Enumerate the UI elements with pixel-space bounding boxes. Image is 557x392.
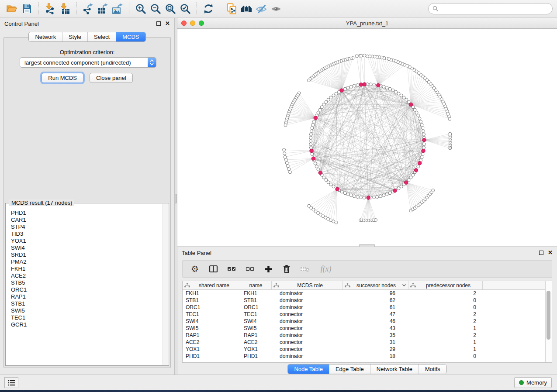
tab-motifs[interactable]: Motifs bbox=[419, 364, 446, 374]
network-node[interactable] bbox=[317, 168, 320, 171]
network-node[interactable] bbox=[369, 83, 372, 86]
network-node[interactable] bbox=[388, 87, 391, 90]
network-node[interactable] bbox=[449, 132, 452, 135]
mcds-node-item[interactable]: RAP1 bbox=[11, 293, 163, 300]
column-header-predecessors[interactable]: predecessor nodes bbox=[408, 281, 483, 289]
network-node[interactable] bbox=[332, 94, 335, 97]
mcds-hub-node[interactable] bbox=[422, 138, 426, 142]
mcds-node-item[interactable]: YOX1 bbox=[11, 237, 163, 244]
network-node[interactable] bbox=[400, 185, 403, 188]
import-network-icon[interactable] bbox=[42, 2, 57, 16]
mcds-node-item[interactable]: CAR1 bbox=[11, 217, 163, 224]
task-history-button[interactable] bbox=[4, 377, 18, 388]
add-row-icon[interactable] bbox=[263, 264, 273, 274]
network-node[interactable] bbox=[385, 86, 388, 89]
import-table-icon[interactable] bbox=[57, 2, 72, 16]
network-node[interactable] bbox=[421, 152, 424, 155]
network-node[interactable] bbox=[405, 98, 408, 101]
network-node[interactable] bbox=[309, 136, 312, 139]
mcds-hub-node[interactable] bbox=[418, 162, 421, 165]
network-node[interactable] bbox=[284, 158, 287, 161]
network-node[interactable] bbox=[349, 194, 353, 197]
mcds-node-item[interactable]: SWI4 bbox=[11, 244, 163, 251]
table-row[interactable]: ORC1ORC1dominator610 bbox=[183, 304, 552, 311]
network-node[interactable] bbox=[343, 87, 346, 90]
network-node[interactable] bbox=[346, 193, 349, 196]
mcds-hub-node[interactable] bbox=[314, 116, 317, 120]
network-node[interactable] bbox=[309, 146, 312, 149]
network-node[interactable] bbox=[355, 55, 358, 58]
mcds-hub-node[interactable] bbox=[422, 149, 425, 152]
network-node[interactable] bbox=[422, 146, 426, 149]
tab-network[interactable]: Network bbox=[29, 32, 62, 41]
new-network-from-selection-icon[interactable] bbox=[224, 2, 239, 16]
network-node[interactable] bbox=[359, 196, 362, 199]
network-node[interactable] bbox=[419, 120, 422, 123]
network-node[interactable] bbox=[420, 123, 423, 126]
network-node[interactable] bbox=[397, 92, 400, 95]
network-node[interactable] bbox=[283, 152, 286, 155]
network-node[interactable] bbox=[373, 83, 376, 86]
network-node[interactable] bbox=[320, 106, 323, 109]
float-panel-icon[interactable] bbox=[156, 21, 161, 26]
tab-select[interactable]: Select bbox=[87, 32, 116, 41]
mcds-node-item[interactable]: TID3 bbox=[11, 230, 163, 237]
network-canvas[interactable] bbox=[177, 29, 557, 245]
table-row[interactable]: STB1STB1dominator620 bbox=[183, 297, 552, 304]
network-node[interactable] bbox=[376, 196, 379, 199]
network-node[interactable] bbox=[353, 84, 356, 87]
tab-network-table[interactable]: Network Table bbox=[370, 364, 419, 374]
network-node[interactable] bbox=[353, 195, 356, 198]
network-node[interactable] bbox=[374, 219, 377, 222]
mcds-node-item[interactable]: STP4 bbox=[11, 224, 163, 230]
zoom-selected-icon[interactable] bbox=[178, 2, 193, 16]
network-node[interactable] bbox=[409, 176, 412, 179]
network-node[interactable] bbox=[397, 187, 400, 190]
optimization-criterion-dropdown[interactable]: largest connected component (undirected) bbox=[20, 57, 156, 68]
network-node[interactable] bbox=[422, 143, 426, 146]
tab-edge-table[interactable]: Edge Table bbox=[329, 364, 370, 374]
table-row[interactable]: SWI4SWI4dominator462 bbox=[183, 318, 552, 325]
network-node[interactable] bbox=[307, 79, 310, 82]
zoom-fit-icon[interactable] bbox=[163, 2, 178, 16]
column-header-successors[interactable]: successor nodes bbox=[343, 281, 408, 289]
mcds-node-item[interactable]: PHD1 bbox=[11, 210, 163, 217]
mcds-hub-node[interactable] bbox=[377, 83, 380, 87]
search-field[interactable] bbox=[428, 3, 553, 14]
network-node[interactable] bbox=[412, 173, 415, 176]
tab-mcds[interactable]: MCDS bbox=[116, 32, 145, 41]
network-node[interactable] bbox=[391, 89, 394, 92]
open-file-icon[interactable] bbox=[4, 2, 19, 16]
memory-button[interactable]: Memory bbox=[514, 377, 552, 388]
network-node[interactable] bbox=[327, 98, 330, 101]
network-node[interactable] bbox=[360, 54, 363, 57]
network-node[interactable] bbox=[309, 143, 312, 146]
table-row[interactable]: SWI5SWI5connector431 bbox=[183, 325, 552, 332]
tab-style[interactable]: Style bbox=[62, 32, 87, 41]
zoom-out-icon[interactable] bbox=[148, 2, 163, 16]
float-panel-icon[interactable] bbox=[539, 251, 543, 255]
network-node[interactable] bbox=[322, 103, 325, 106]
column-header-role[interactable]: MCDS role bbox=[272, 281, 343, 289]
scrollbar-thumb[interactable] bbox=[547, 291, 550, 340]
show-columns-icon[interactable] bbox=[208, 264, 218, 274]
network-node[interactable] bbox=[335, 92, 338, 95]
run-mcds-button[interactable]: Run MCDS bbox=[42, 73, 83, 83]
network-node[interactable] bbox=[417, 114, 420, 117]
network-node[interactable] bbox=[314, 162, 317, 165]
network-node[interactable] bbox=[287, 168, 291, 171]
network-node[interactable] bbox=[332, 185, 335, 188]
network-node[interactable] bbox=[417, 165, 420, 168]
close-panel-icon[interactable]: ✕ bbox=[548, 251, 553, 255]
mcds-hub-node[interactable] bbox=[359, 83, 363, 86]
network-node[interactable] bbox=[309, 133, 312, 136]
network-node[interactable] bbox=[327, 181, 330, 184]
network-node[interactable] bbox=[379, 195, 382, 198]
network-node[interactable] bbox=[382, 194, 385, 197]
table-row[interactable]: FKH1FKH1dominator962 bbox=[183, 290, 552, 297]
network-node[interactable] bbox=[335, 221, 338, 224]
network-node[interactable] bbox=[284, 124, 287, 127]
network-node[interactable] bbox=[366, 55, 369, 58]
network-node[interactable] bbox=[311, 152, 314, 155]
network-node[interactable] bbox=[422, 130, 425, 133]
